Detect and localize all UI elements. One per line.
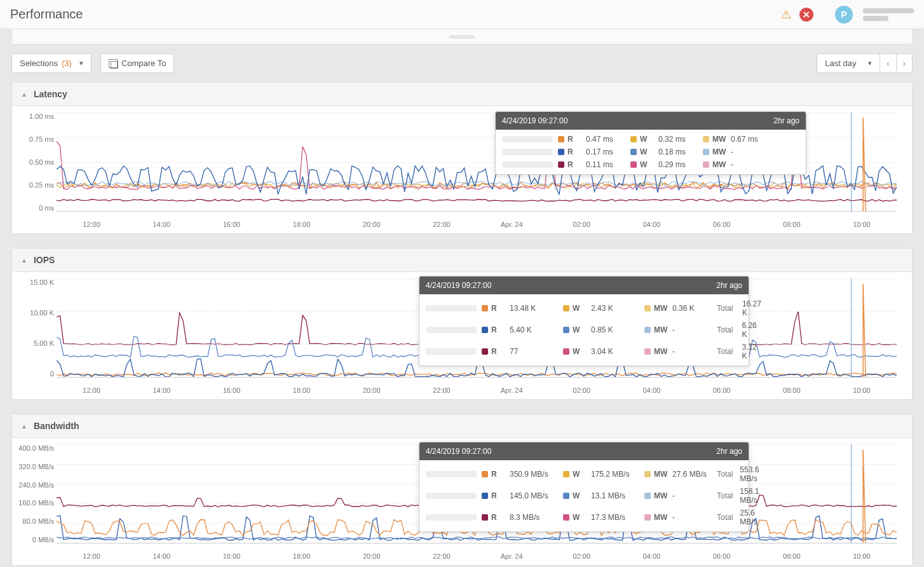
panel-header-latency[interactable]: ▲Latency	[12, 83, 912, 106]
y-axis: 15.00 K10.00 K5.00 K0	[16, 278, 54, 378]
panel-title: Latency	[34, 89, 67, 99]
collapsed-banner[interactable]	[11, 29, 913, 44]
tooltip-relative: 2hr ago	[716, 281, 742, 290]
collapse-icon: ▲	[21, 423, 27, 430]
chart-latency[interactable]: 1.00 ms0.75 ms0.50 ms0.25 ms0 ms12:0014:…	[12, 106, 912, 233]
tooltip-row: R145.0 MB/sW13.1 MB/sMW-Total158.1 MB/s	[426, 487, 742, 505]
collapse-icon: ▲	[21, 257, 27, 264]
tooltip-timestamp: 4/24/2019 09:27:00	[502, 116, 567, 125]
selections-count: (3)	[62, 58, 72, 68]
selections-label: Selections	[20, 58, 58, 68]
tooltip-iops: 4/24/2019 09:27:002hr agoR13.48 KW2.43 K…	[419, 276, 749, 366]
tooltip-row: R0.17 msW0.18 msMW-	[502, 147, 799, 156]
avatar[interactable]: P	[835, 6, 853, 24]
panel-title: IOPS	[34, 255, 55, 265]
time-range-dropdown[interactable]: Last day	[817, 53, 880, 73]
x-axis: 12:0014:0016:0018:0020:0022:00Apr. 2402:…	[57, 386, 897, 394]
panel-header-bandwidth[interactable]: ▲Bandwidth	[12, 414, 912, 438]
tooltip-timestamp: 4/24/2019 09:27:00	[426, 447, 491, 456]
tooltip-row: R350.9 MB/sW175.2 MB/sMW27.6 MB/sTotal55…	[426, 465, 742, 483]
chart-iops[interactable]: 15.00 K10.00 K5.00 K012:0014:0016:0018:0…	[12, 272, 912, 399]
time-cursor	[851, 278, 852, 378]
compare-icon	[109, 59, 118, 68]
x-axis: 12:0014:0016:0018:0020:0022:00Apr. 2402:…	[57, 221, 897, 228]
x-axis: 12:0014:0016:0018:0020:0022:00Apr. 2402:…	[57, 552, 897, 560]
tooltip-latency: 4/24/2019 09:27:002hr agoR0.47 msW0.32 m…	[495, 111, 806, 175]
tooltip-row: R77W3.04 KMW-Total3.12 K	[426, 343, 742, 360]
toolbar: Selections (3) Compare To Last day ‹ ›	[0, 44, 924, 82]
error-icon[interactable]	[799, 8, 813, 22]
panel-latency: ▲Latency1.00 ms0.75 ms0.50 ms0.25 ms0 ms…	[11, 82, 913, 234]
tooltip-bandwidth: 4/24/2019 09:27:002hr agoR350.9 MB/sW175…	[419, 442, 749, 532]
tooltip-relative: 2hr ago	[773, 116, 799, 125]
chart-bandwidth[interactable]: 400.0 MB/s320.0 MB/s240.0 MB/s160.0 MB/s…	[12, 438, 912, 565]
tooltip-relative: 2hr ago	[716, 447, 742, 456]
compare-label: Compare To	[121, 58, 166, 68]
tooltip-row: R8.3 MB/sW17.3 MB/sMW-Total25.6 MB/s	[426, 509, 742, 526]
time-next-button[interactable]: ›	[897, 53, 913, 73]
compare-to-button[interactable]: Compare To	[100, 53, 175, 73]
y-axis: 1.00 ms0.75 ms0.50 ms0.25 ms0 ms	[16, 113, 54, 212]
time-cursor	[851, 444, 852, 543]
y-axis: 400.0 MB/s320.0 MB/s240.0 MB/s160.0 MB/s…	[16, 444, 54, 543]
panel-header-iops[interactable]: ▲IOPS	[12, 249, 912, 272]
panel-bandwidth: ▲Bandwidth400.0 MB/s320.0 MB/s240.0 MB/s…	[11, 414, 913, 566]
tooltip-row: R0.47 msW0.32 msMW0.67 ms	[502, 135, 799, 144]
app-header: Performance ⚠ P	[0, 0, 924, 29]
page-title: Performance	[10, 7, 83, 22]
tooltip-row: R0.11 msW0.29 msMW-	[502, 160, 799, 169]
collapse-icon: ▲	[21, 91, 27, 98]
time-range-label: Last day	[825, 58, 856, 68]
warning-icon[interactable]: ⚠	[779, 8, 793, 22]
panel-title: Bandwidth	[34, 421, 79, 431]
tooltip-row: R5.40 KW0.85 KMW-Total6.26 K	[426, 321, 742, 339]
user-menu[interactable]	[863, 7, 914, 22]
selections-dropdown[interactable]: Selections (3)	[11, 53, 92, 73]
time-cursor	[851, 113, 852, 212]
tooltip-row: R13.48 KW2.43 KMW0.36 KTotal16.27 K	[426, 299, 742, 317]
panel-iops: ▲IOPS15.00 K10.00 K5.00 K012:0014:0016:0…	[11, 248, 913, 400]
time-prev-button[interactable]: ‹	[880, 53, 896, 73]
tooltip-timestamp: 4/24/2019 09:27:00	[426, 281, 491, 290]
